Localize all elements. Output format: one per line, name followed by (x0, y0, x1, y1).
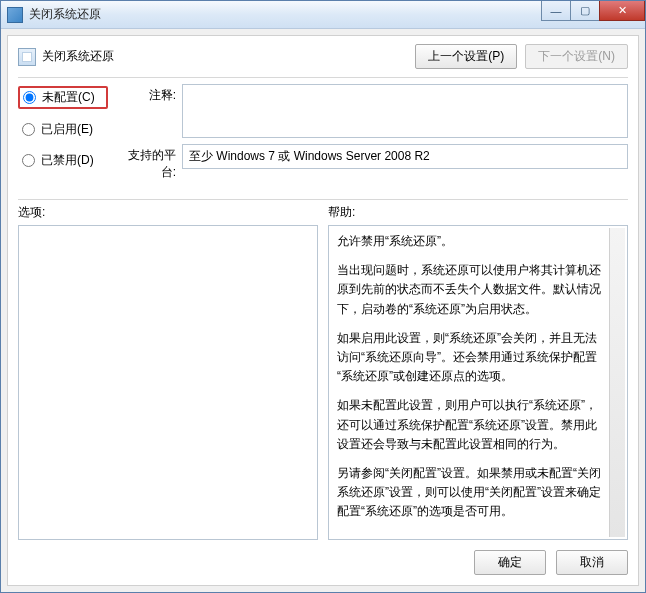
state-radios: 未配置(C) 已启用(E) 已禁用(D) (18, 84, 108, 187)
policy-title: 关闭系统还原 (42, 48, 114, 65)
dialog-footer: 确定 取消 (18, 540, 628, 575)
comment-input[interactable] (182, 84, 628, 138)
options-panel (18, 225, 318, 540)
close-button[interactable]: ✕ (599, 1, 645, 21)
radio-disabled[interactable]: 已禁用(D) (18, 150, 108, 171)
radio-disabled-label: 已禁用(D) (41, 152, 94, 169)
platform-row: 支持的平台: 至少 Windows 7 或 Windows Server 200… (122, 144, 628, 181)
help-paragraph: 如果启用此设置，则“系统还原”会关闭，并且无法访问“系统还原向导”。还会禁用通过… (337, 329, 603, 387)
help-column: 帮助: 允许禁用“系统还原”。 当出现问题时，系统还原可以使用户将其计算机还原到… (328, 204, 628, 540)
radio-enabled-label: 已启用(E) (41, 121, 93, 138)
app-icon (7, 7, 23, 23)
maximize-button[interactable]: ▢ (570, 1, 600, 21)
comment-label: 注释: (122, 84, 182, 104)
policy-icon (18, 48, 36, 66)
titlebar[interactable]: 关闭系统还原 — ▢ ✕ (1, 1, 645, 29)
comment-row: 注释: (122, 84, 628, 138)
help-paragraph: 当出现问题时，系统还原可以使用户将其计算机还原到先前的状态而不丢失个人数据文件。… (337, 261, 603, 319)
options-label: 选项: (18, 204, 318, 221)
radio-enabled-input[interactable] (22, 123, 35, 136)
ok-button[interactable]: 确定 (474, 550, 546, 575)
help-panel[interactable]: 允许禁用“系统还原”。 当出现问题时，系统还原可以使用户将其计算机还原到先前的状… (328, 225, 628, 540)
cancel-button[interactable]: 取消 (556, 550, 628, 575)
radio-not-configured[interactable]: 未配置(C) (18, 86, 108, 109)
lower-panels: 选项: 帮助: 允许禁用“系统还原”。 当出现问题时，系统还原可以使用户将其计算… (18, 204, 628, 540)
radio-not-configured-label: 未配置(C) (42, 89, 95, 106)
help-label: 帮助: (328, 204, 628, 221)
policy-editor-window: 关闭系统还原 — ▢ ✕ 关闭系统还原 上一个设置(P) 下一个设置(N) 未配… (0, 0, 646, 593)
help-paragraph: 允许禁用“系统还原”。 (337, 232, 603, 251)
config-area: 未配置(C) 已启用(E) 已禁用(D) 注释: 支持的平台: (18, 84, 628, 193)
right-fields: 注释: 支持的平台: 至少 Windows 7 或 Windows Server… (122, 84, 628, 187)
options-column: 选项: (18, 204, 318, 540)
window-title: 关闭系统还原 (29, 6, 101, 23)
next-setting-button: 下一个设置(N) (525, 44, 628, 69)
window-controls: — ▢ ✕ (542, 1, 645, 21)
nav-buttons: 上一个设置(P) 下一个设置(N) (415, 44, 628, 69)
platform-label: 支持的平台: (122, 144, 182, 181)
minimize-button[interactable]: — (541, 1, 571, 21)
previous-setting-button[interactable]: 上一个设置(P) (415, 44, 517, 69)
help-paragraph: 另请参阅“关闭配置”设置。如果禁用或未配置“关闭系统还原”设置，则可以使用“关闭… (337, 464, 603, 522)
radio-enabled[interactable]: 已启用(E) (18, 119, 108, 140)
radio-not-configured-input[interactable] (23, 91, 36, 104)
help-paragraph: 如果未配置此设置，则用户可以执行“系统还原”，还可以通过系统保护配置“系统还原”… (337, 396, 603, 454)
radio-disabled-input[interactable] (22, 154, 35, 167)
divider (18, 199, 628, 200)
platform-value: 至少 Windows 7 或 Windows Server 2008 R2 (182, 144, 628, 169)
policy-header: 关闭系统还原 上一个设置(P) 下一个设置(N) (18, 44, 628, 78)
content-area: 关闭系统还原 上一个设置(P) 下一个设置(N) 未配置(C) 已启用(E) 已… (7, 35, 639, 586)
